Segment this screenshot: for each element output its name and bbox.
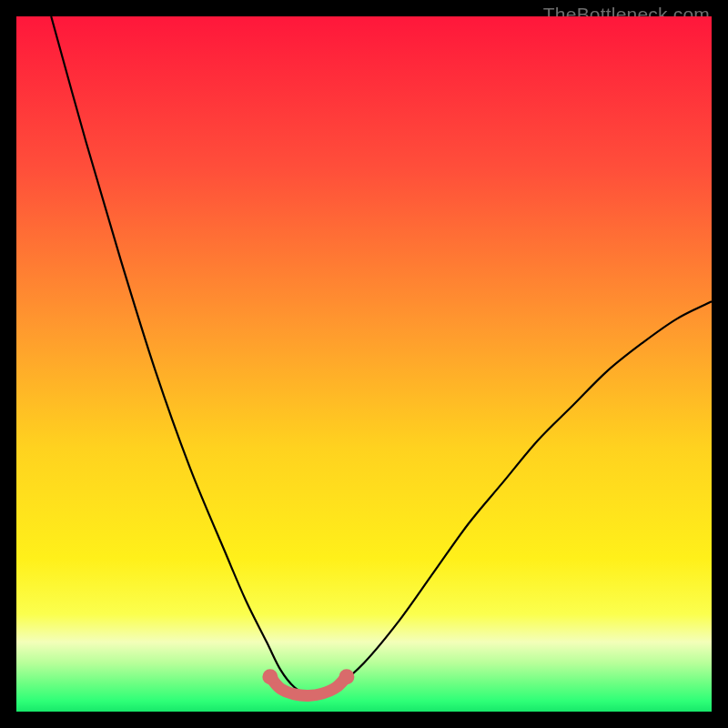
gradient-background: [16, 16, 712, 712]
bottleneck-chart-svg: [16, 16, 712, 712]
optimal-range-end-dot: [339, 669, 354, 684]
plot-area: [16, 16, 712, 712]
optimal-range-start-dot: [262, 669, 278, 684]
chart-stage: TheBottleneck.com: [0, 0, 728, 728]
